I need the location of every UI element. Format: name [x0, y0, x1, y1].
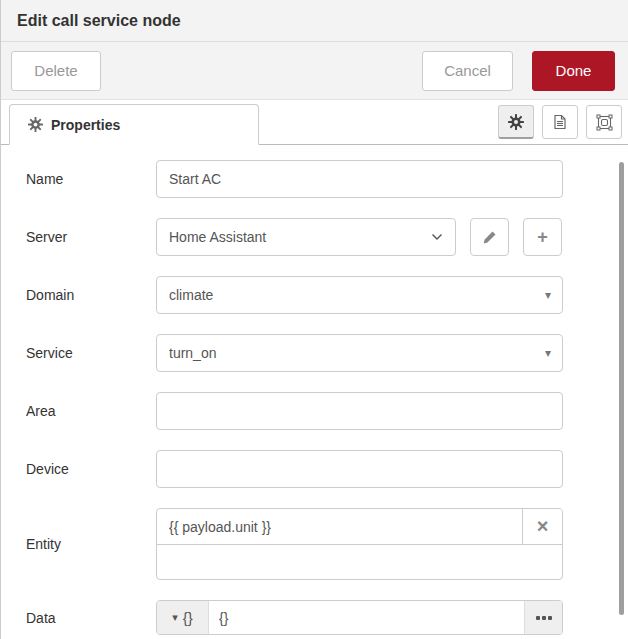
area-input[interactable] — [156, 392, 563, 430]
entity-label: Entity — [26, 536, 156, 552]
entity-list: × — [156, 508, 563, 580]
server-label: Server — [26, 229, 156, 245]
dialog-header: Edit call service node — [1, 0, 628, 42]
domain-input[interactable] — [156, 276, 563, 314]
device-label: Device — [26, 461, 156, 477]
selection-frame-icon — [596, 114, 613, 131]
tab-bar: Properties — [1, 100, 628, 145]
tab-properties[interactable]: Properties — [9, 104, 259, 145]
device-input[interactable] — [156, 450, 563, 488]
dialog-button-bar: Delete Cancel Done — [1, 42, 628, 100]
area-label: Area — [26, 403, 156, 419]
edit-server-button[interactable] — [470, 218, 509, 256]
entity-input[interactable] — [157, 509, 522, 544]
vertical-scrollbar[interactable] — [619, 162, 624, 615]
data-value-input[interactable] — [209, 601, 524, 634]
remove-entity-button[interactable]: × — [522, 509, 562, 544]
entity-input-empty[interactable] — [157, 545, 562, 579]
service-row: Service ▾ — [26, 334, 628, 372]
service-label: Service — [26, 345, 156, 361]
entity-row: Entity × — [26, 508, 628, 580]
entity-list-item: × — [157, 509, 562, 544]
triangle-down-icon[interactable]: ▾ — [545, 346, 551, 360]
plus-icon: + — [537, 227, 548, 248]
data-row: Data ▾ {} — [26, 600, 628, 635]
properties-form: Name Server Home Assistant — [1, 145, 628, 635]
domain-row: Domain ▾ — [26, 276, 628, 314]
server-row: Server Home Assistant — [26, 218, 628, 256]
data-label: Data — [26, 610, 156, 626]
name-input[interactable] — [156, 160, 563, 198]
domain-label: Domain — [26, 287, 156, 303]
device-row: Device — [26, 450, 628, 488]
expand-editor-button[interactable] — [524, 601, 562, 634]
properties-view-button[interactable] — [498, 105, 534, 139]
json-type-icon: {} — [183, 609, 193, 626]
close-icon: × — [537, 515, 549, 538]
cancel-button[interactable]: Cancel — [422, 51, 513, 91]
dialog-title: Edit call service node — [17, 12, 181, 30]
name-row: Name — [26, 160, 628, 198]
pencil-icon — [482, 230, 497, 245]
add-server-button[interactable]: + — [523, 218, 562, 256]
name-label: Name — [26, 171, 156, 187]
data-typed-input: ▾ {} — [156, 600, 563, 635]
area-row: Area — [26, 392, 628, 430]
server-select[interactable]: Home Assistant — [156, 218, 456, 256]
chevron-down-icon — [431, 233, 443, 241]
document-icon — [552, 114, 568, 130]
data-type-select-button[interactable]: ▾ {} — [157, 601, 209, 634]
ellipsis-icon — [536, 616, 552, 620]
entity-list-item — [157, 544, 562, 579]
gear-icon — [508, 114, 524, 130]
tab-properties-label: Properties — [51, 117, 120, 133]
description-view-button[interactable] — [542, 105, 578, 139]
gear-icon — [28, 117, 43, 132]
triangle-down-icon: ▾ — [172, 611, 178, 624]
service-input[interactable] — [156, 334, 563, 372]
server-select-value: Home Assistant — [169, 229, 266, 245]
appearance-view-button[interactable] — [586, 105, 622, 139]
triangle-down-icon[interactable]: ▾ — [545, 288, 551, 302]
delete-button[interactable]: Delete — [11, 51, 101, 91]
edit-node-dialog: Edit call service node Delete Cancel Don… — [0, 0, 628, 639]
tab-tools — [498, 105, 622, 139]
done-button[interactable]: Done — [532, 51, 615, 91]
